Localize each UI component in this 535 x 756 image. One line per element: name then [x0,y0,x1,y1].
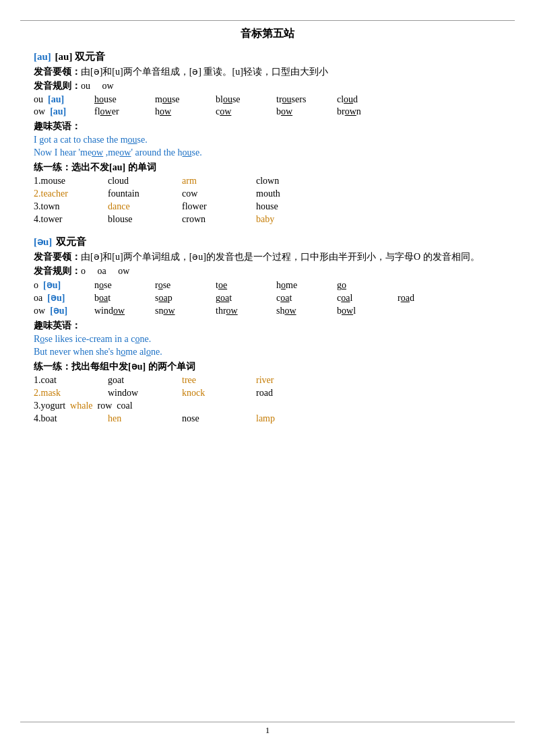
word-how: how [155,106,209,117]
s2-ex4-2: hen [108,413,182,424]
word-cow: cow [216,106,270,117]
word-road: road [398,293,451,304]
prefix-ow: ow [au] [34,106,88,117]
word-cloud: cloud [337,94,391,105]
section1-desc: 发音要领：由[ə]和[u]两个单音组成，[ə] 重读。[u]轻读，口型由大到小 [34,66,501,78]
word-blouse: blouse [216,94,270,105]
s2-ex3-all: 3.yogurt [34,401,70,411]
ex2-2: fountain [108,188,182,199]
word-boat: boat [94,293,148,304]
s2-ex2-4: road [256,388,330,399]
bottom-border [20,722,515,722]
section2-sentence1: Rose likes ice-cream in a cone. [34,334,501,345]
ex2-1: 2.teacher [34,188,108,199]
s2-ex2-3: knock [182,388,256,399]
section2-ex-row4: 4.boat hen nose lamp [34,413,501,424]
section2-ex-row3: 3.yogurt whale row coal [34,401,501,411]
s2-ex1-3: tree [182,375,256,386]
ex1-2: cloud [108,176,182,186]
ex4-1: 4.tower [34,214,108,225]
word-coal: coal [337,293,391,304]
ex2-4: mouth [256,188,330,199]
word-snow: snow [155,306,209,316]
ex3-4: house [256,201,330,212]
prefix-ow2: ow [əu] [34,305,88,316]
s2-ex1-4: river [256,375,330,386]
section2-ex-row2: 2.mask window knock road [34,388,501,399]
s2-ex4-1: 4.boat [34,413,108,424]
section1-title: [au] 双元音 [55,51,106,62]
section2-desc: 发音要领：由[ə]和[u]两个单词组成，[əu]的发音也是一个过程，口中形由半开… [34,251,501,263]
ex3-2: dance [108,201,182,212]
prefix-oa: oa [əu] [34,292,88,304]
section2-title: 双元音 [56,236,86,247]
word-trousers: trousers [276,94,330,105]
section1-sentence2: Now I hear 'meow ,meow' around the house… [34,147,501,158]
word-go: go [337,280,391,291]
word-show: show [276,306,330,316]
s2-ex2-2: window [108,388,182,399]
s2-ex1-1: 1.coat [34,375,108,386]
section2-fun-label: 趣味英语： [34,320,501,332]
word-toe: toe [216,280,270,291]
section2-o-row: o [əu] nose rose toe home go [34,279,501,291]
word-bowl: bowl [337,306,391,316]
s2-ex2-1: 2.mask [34,388,108,399]
word-coat: coat [276,293,330,304]
section1-ex-row2: 2.teacher fountain cow mouth [34,188,501,199]
section2-ex-row1: 1.coat goat tree river [34,375,501,386]
section2-exercise-label: 练一练：找出每组中发[əu] 的两个单词 [34,361,501,373]
page-title: 音标第五站 [34,27,501,41]
section2-phonetic: [əu] [34,236,52,247]
section1-ex-row4: 4.tower blouse crown baby [34,214,501,225]
prefix-ou: ou [au] [34,94,88,105]
section2-header: [əu] 双元音 [34,236,501,248]
section1-rules: 发音规则：ou ow [34,80,501,92]
section1-ex-row3: 3.town dance flower house [34,201,501,212]
ex3-1: 3.town [34,201,108,212]
section1-header: [au] [au] 双元音 [34,50,501,63]
section1-ex-row1: 1.mouse cloud arm clown [34,176,501,186]
word-mouse: mouse [155,94,209,105]
ex1-1: 1.mouse [34,176,108,186]
section2: [əu] 双元音 发音要领：由[ə]和[u]两个单词组成，[əu]的发音也是一个… [34,236,501,424]
ex4-3: crown [182,214,256,225]
word-rose: rose [155,280,209,291]
section2-rules: 发音规则：o oa ow [34,265,501,277]
section1-sentence1: I got a cat to chase the mouse. [34,135,501,145]
section2-sentence2: But never when she's home alone. [34,347,501,357]
word-brown: brown [337,106,391,117]
word-goat: goat [216,293,270,304]
word-house: house [94,94,148,105]
s2-ex1-2: goat [108,375,182,386]
section2-oa-row: oa [əu] boat soap goat coat coal road [34,292,501,304]
s2-ex4-4: lamp [256,413,330,424]
top-border [20,20,515,21]
section1-ou-row: ou [au] house mouse blouse trousers clou… [34,94,501,105]
word-flower: flower [94,106,148,117]
s2-ex4-3: nose [182,413,256,424]
word-window: window [94,306,148,316]
section1-exercise-label: 练一练：选出不发[au] 的单词 [34,162,501,174]
word-bow: bow [276,106,330,117]
section2-ow-row: ow [əu] window snow throw show bowl [34,305,501,316]
section1-phonetic: [au] [34,51,51,62]
ex4-2: blouse [108,214,182,225]
ex3-3: flower [182,201,256,212]
ex2-3: cow [182,188,256,199]
ex4-4: baby [256,214,330,225]
word-throw: throw [216,306,270,316]
ex1-4: clown [256,176,330,186]
word-nose: nose [94,280,148,291]
section1-fun-label: 趣味英语： [34,121,501,133]
word-soap: soap [155,293,209,304]
prefix-o: o [əu] [34,279,88,291]
section1-ow-row: ow [au] flower how cow bow brown [34,106,501,117]
page-number: 1 [265,725,270,736]
ex1-3: arm [182,176,256,186]
word-home: home [276,280,330,291]
